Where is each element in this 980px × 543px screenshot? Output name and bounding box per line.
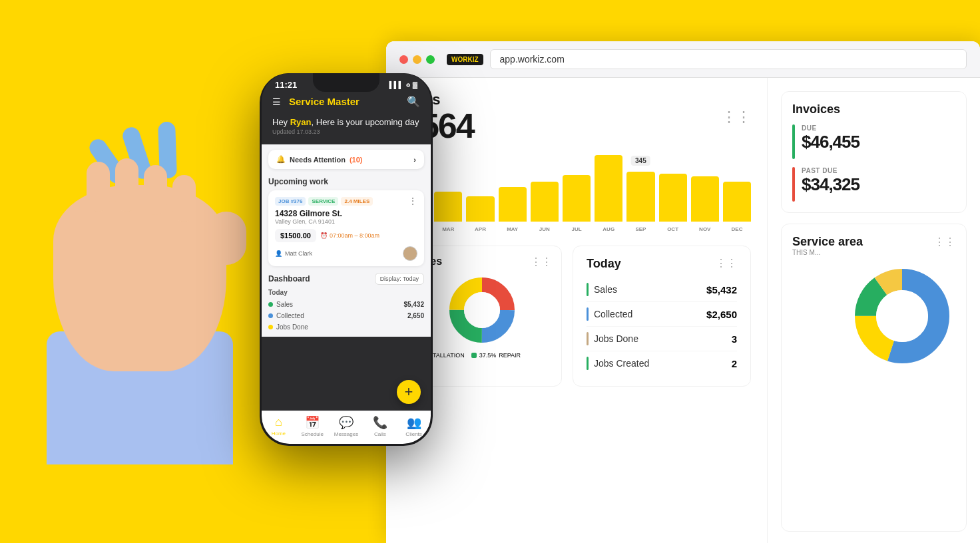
bar-dec xyxy=(723,182,751,222)
attention-count: (10) xyxy=(350,156,363,164)
browser-chrome: WORKIZ app.workiz.com xyxy=(386,41,980,78)
due-row: DUE $46,455 xyxy=(792,124,955,159)
sales-dot xyxy=(268,302,273,307)
url-bar[interactable]: app.workiz.com xyxy=(490,49,967,69)
legend-repair: 37.5% REPAIR xyxy=(471,352,521,359)
bar-col-jun: JUN xyxy=(531,148,559,222)
invoices-card: Invoices DUE $46,455 PAST DUE $34,325 xyxy=(781,91,967,213)
today-more[interactable]: ⋮⋮ xyxy=(716,257,737,271)
job-distance-tag: 2.4 MILES xyxy=(341,197,373,206)
nav-messages[interactable]: 💬 Messages xyxy=(330,415,364,437)
job-card[interactable]: JOB #376 SERVICE 2.4 MILES ⋮ 14328 Gilmo… xyxy=(268,190,424,266)
job-types-more[interactable]: ⋮⋮ xyxy=(531,256,552,268)
bar-label-apr: APR xyxy=(475,226,486,232)
hand-illustration xyxy=(0,0,280,543)
bar-mar xyxy=(434,192,462,222)
metric-jobs-created-label: Jobs Created xyxy=(587,357,649,370)
repair-dot xyxy=(471,353,477,358)
assignee-name: Matt Clark xyxy=(285,250,312,257)
job-details: $1500.00 ⏰ 07:00am – 8:00am xyxy=(275,229,417,242)
metric-jobs-done-row: Jobs Done 3 xyxy=(587,327,737,351)
jobs-done-bar-indicator xyxy=(587,332,589,345)
upcoming-section: Upcoming work JOB #376 SERVICE 2.4 MILES… xyxy=(262,174,431,269)
svg-point-11 xyxy=(876,290,928,342)
bar-label-dec: DEC xyxy=(732,226,743,232)
bar-label-jun: JUN xyxy=(539,226,550,232)
battery-icon: ▓ xyxy=(413,81,417,89)
metric-sales-row: Sales $5,432 xyxy=(587,277,737,302)
past-due-info: PAST DUE $34,325 xyxy=(802,167,859,195)
nav-schedule[interactable]: 📅 Schedule xyxy=(296,415,330,437)
job-address: 14328 Gilmore St. xyxy=(275,209,417,218)
bar-label-sep: SEP xyxy=(635,226,646,232)
bar-label-oct: OCT xyxy=(667,226,678,232)
app-title: Service Master xyxy=(289,96,360,107)
sales-more-icon[interactable]: ⋮⋮ xyxy=(722,108,751,126)
today-card: Today ⋮⋮ Sales $5,432 xyxy=(573,246,751,387)
right-panel: Invoices DUE $46,455 PAST DUE $34,325 xyxy=(767,78,980,543)
greeting-section: Hey Ryan, Here is your upcoming day Upda… xyxy=(262,113,431,144)
phone-time: 11:21 xyxy=(275,80,297,90)
jobs-done-metric-phone: Jobs Done xyxy=(268,321,424,333)
service-area-chart xyxy=(849,263,955,369)
nav-clients[interactable]: 👥 Clients xyxy=(397,415,431,437)
collected-bar-indicator xyxy=(587,307,589,321)
bar-label-jul: JUL xyxy=(571,226,581,232)
sales-section: Sales $564 ⋮⋮ FEBMARAPRMAYJUNJULAUG345SE… xyxy=(402,91,751,235)
assignee-avatar xyxy=(403,246,417,261)
job-assignee: 👤 Matt Clark xyxy=(275,246,417,261)
bar-col-aug: AUG xyxy=(595,148,622,222)
svg-point-5 xyxy=(464,292,500,328)
browser-window: WORKIZ app.workiz.com Sales $564 ⋮⋮ xyxy=(386,41,980,543)
bar-apr xyxy=(466,196,494,222)
collected-metric-phone: Collected 2,650 xyxy=(268,310,424,321)
due-info: DUE $46,455 xyxy=(802,124,859,152)
user-name: Ryan xyxy=(290,117,312,127)
job-more-icon[interactable]: ⋮ xyxy=(408,196,417,206)
metric-jobs-done-label: Jobs Done xyxy=(587,332,638,345)
due-amount: $46,455 xyxy=(802,132,859,152)
clients-icon: 👥 xyxy=(407,415,421,430)
metric-jobs-created-row: Jobs Created 2 xyxy=(587,351,737,375)
bar-label-mar: MAR xyxy=(442,226,454,232)
bar-nov xyxy=(691,176,719,222)
bar-oct xyxy=(659,174,687,222)
jobs-created-bar-indicator xyxy=(587,357,589,370)
bar-sep: 345 xyxy=(626,172,654,222)
due-label: DUE xyxy=(802,124,859,132)
messages-label: Messages xyxy=(334,431,358,437)
metric-jobs-done-value: 3 xyxy=(732,333,737,345)
bell-icon: 🔔 xyxy=(276,155,286,164)
nav-calls[interactable]: 📞 Calls xyxy=(363,415,397,437)
status-icons: ▌▌▌ ⌾ ▓ xyxy=(389,81,417,89)
dashboard-title: Dashboard xyxy=(268,274,310,283)
job-city: Valley Glen, CA 91401 xyxy=(275,218,417,225)
metric-sales-label: Sales xyxy=(587,283,617,296)
service-area-more[interactable]: ⋮⋮ xyxy=(934,236,955,248)
phone-notch xyxy=(313,73,379,92)
greeting-text: Hey Ryan, Here is your upcoming day xyxy=(272,117,420,127)
collected-value-phone: 2,650 xyxy=(407,312,424,319)
metric-collected-row: Collected $2,650 xyxy=(587,302,737,327)
calls-label: Calls xyxy=(374,431,386,437)
nav-home[interactable]: ⌂ Home xyxy=(262,415,296,437)
bar-aug xyxy=(595,155,622,222)
home-label: Home xyxy=(272,431,286,437)
calls-icon: 📞 xyxy=(373,415,387,430)
invoices-title: Invoices xyxy=(792,102,955,116)
metric-sales-value: $5,432 xyxy=(706,284,737,295)
needs-attention-banner[interactable]: 🔔 Needs Attention (10) › xyxy=(268,150,424,169)
job-tags: JOB #376 SERVICE 2.4 MILES ⋮ xyxy=(275,196,417,206)
today-title: Today xyxy=(587,257,621,271)
service-area-subtitle: THIS M... xyxy=(792,249,955,256)
person-icon: 👤 xyxy=(275,250,282,257)
hamburger-icon[interactable]: ☰ xyxy=(272,96,281,107)
past-due-row: PAST DUE $34,325 xyxy=(792,167,955,202)
bar-may xyxy=(499,187,527,222)
bar-col-dec: DEC xyxy=(723,148,751,222)
job-number-tag: JOB #376 xyxy=(275,197,306,206)
search-icon[interactable]: 🔍 xyxy=(407,95,420,108)
sales-value-phone: $5,432 xyxy=(403,301,424,308)
signal-icon: ▌▌▌ xyxy=(389,81,403,89)
display-button[interactable]: Display: Today xyxy=(375,273,424,285)
